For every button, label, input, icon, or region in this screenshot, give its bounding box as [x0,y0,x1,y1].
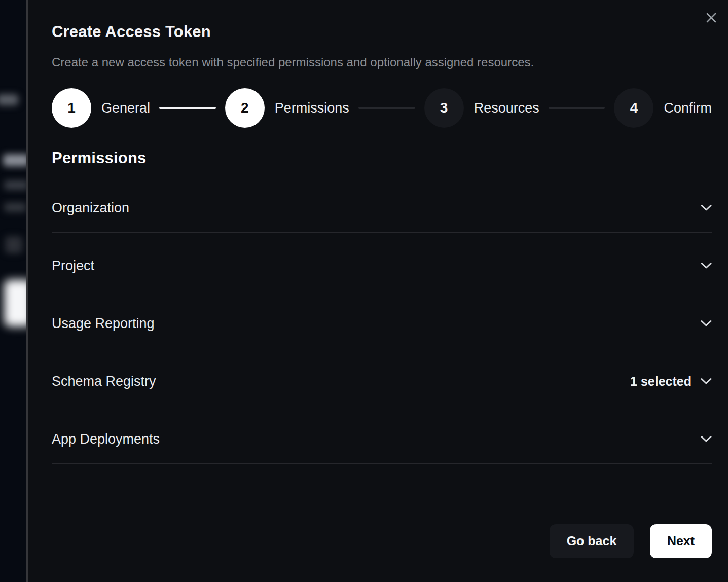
step-general[interactable]: 1 General [52,88,150,128]
accordion-schema-registry[interactable]: Schema Registry 1 selected [52,348,712,406]
chevron-down-icon [701,435,712,443]
dialog-footer: Go back Next [52,524,712,558]
accordion-label: Organization [52,199,129,216]
accordion-label: Schema Registry [52,373,156,390]
create-access-token-dialog: Create Access Token Create a new access … [28,0,728,582]
step-permissions[interactable]: 2 Permissions [225,88,349,128]
accordion-usage-reporting[interactable]: Usage Reporting [52,290,712,348]
step-connector [358,107,415,109]
dialog-subtitle: Create a new access token with specified… [52,55,712,69]
step-number-circle: 4 [614,88,653,128]
step-connector [549,107,605,109]
step-connector [159,107,216,109]
accordion-project[interactable]: Project [52,233,712,290]
chevron-down-icon [701,378,712,385]
accordion-label: Usage Reporting [52,315,155,332]
accordion-app-deployments[interactable]: App Deployments [52,406,712,464]
step-confirm[interactable]: 4 Confirm [614,88,712,128]
step-resources[interactable]: 3 Resources [424,88,539,128]
blurred-background-text [4,203,26,212]
blurred-background-text [3,154,29,166]
step-number-circle: 3 [424,88,464,128]
step-label: Resources [474,100,539,116]
page-background [0,0,28,582]
step-label: Confirm [664,100,712,116]
accordion-label: App Deployments [52,430,160,448]
selected-count-badge: 1 selected [630,374,691,389]
blurred-background-icon [5,236,22,253]
go-back-button[interactable]: Go back [550,524,634,558]
chevron-down-icon [701,204,712,211]
close-icon[interactable] [704,10,719,25]
dialog-title: Create Access Token [52,0,712,41]
blurred-background-text [4,180,28,190]
accordion-organization[interactable]: Organization [52,175,712,233]
step-label: Permissions [275,100,349,116]
permissions-accordion-list: Organization Project Usage Reporting [52,175,712,464]
step-number-circle: 1 [52,88,91,128]
chevron-down-icon [701,262,712,269]
accordion-label: Project [52,257,94,274]
step-number-circle: 2 [225,88,265,128]
section-heading: Permissions [52,149,712,167]
chevron-down-icon [701,320,712,327]
next-button[interactable]: Next [650,524,712,558]
stepper: 1 General 2 Permissions 3 Resources 4 Co… [52,88,712,128]
step-label: General [101,100,150,116]
blurred-background-text [0,94,18,105]
